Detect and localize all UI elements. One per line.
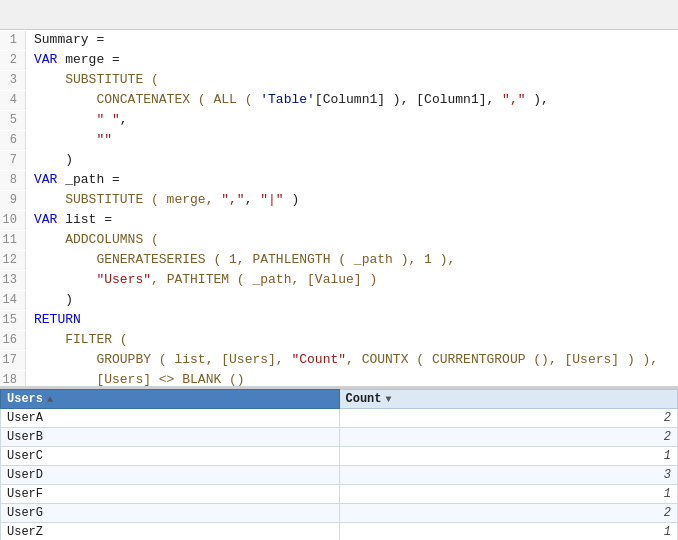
line-number: 13 bbox=[0, 271, 26, 290]
data-table-container: Users▲Count▼ UserA2UserB2UserC1UserD3Use… bbox=[0, 388, 678, 540]
code-line: 11 ADDCOLUMNS ( bbox=[0, 230, 678, 250]
line-number: 16 bbox=[0, 331, 26, 350]
line-number: 18 bbox=[0, 371, 26, 388]
code-line: 5 " ", bbox=[0, 110, 678, 130]
user-cell: UserD bbox=[1, 466, 340, 485]
line-content: Summary = bbox=[26, 30, 112, 49]
line-number: 5 bbox=[0, 111, 26, 130]
user-cell: UserG bbox=[1, 504, 340, 523]
code-line: 4 CONCATENATEX ( ALL ( 'Table'[Column1] … bbox=[0, 90, 678, 110]
line-number: 8 bbox=[0, 171, 26, 190]
results-table: Users▲Count▼ UserA2UserB2UserC1UserD3Use… bbox=[0, 389, 678, 540]
line-content: SUBSTITUTE ( bbox=[26, 70, 167, 89]
line-content: ) bbox=[26, 150, 73, 169]
line-content: RETURN bbox=[26, 310, 81, 329]
line-number: 15 bbox=[0, 311, 26, 330]
count-cell: 2 bbox=[339, 504, 678, 523]
line-number: 14 bbox=[0, 291, 26, 310]
line-number: 4 bbox=[0, 91, 26, 110]
table-row: UserD3 bbox=[1, 466, 678, 485]
line-number: 12 bbox=[0, 251, 26, 270]
table-row: UserB2 bbox=[1, 428, 678, 447]
code-line: 10VAR list = bbox=[0, 210, 678, 230]
code-line: 15RETURN bbox=[0, 310, 678, 330]
code-editor[interactable]: 1Summary = 2VAR merge = 3 SUBSTITUTE ( 4… bbox=[0, 30, 678, 388]
line-content: GENERATESERIES ( 1, PATHLENGTH ( _path )… bbox=[26, 250, 455, 269]
count-cell: 1 bbox=[339, 485, 678, 504]
column-header-users[interactable]: Users▲ bbox=[1, 390, 340, 409]
code-line: 3 SUBSTITUTE ( bbox=[0, 70, 678, 90]
line-content: VAR merge = bbox=[26, 50, 128, 69]
line-number: 6 bbox=[0, 131, 26, 150]
count-cell: 2 bbox=[339, 428, 678, 447]
table-row: UserF1 bbox=[1, 485, 678, 504]
line-number: 3 bbox=[0, 71, 26, 90]
cancel-icon[interactable] bbox=[6, 5, 26, 25]
line-content: SUBSTITUTE ( merge, ",", "|" ) bbox=[26, 190, 299, 209]
line-content: " ", bbox=[26, 110, 128, 129]
user-cell: UserF bbox=[1, 485, 340, 504]
code-line: 8VAR _path = bbox=[0, 170, 678, 190]
user-cell: UserZ bbox=[1, 523, 340, 541]
line-number: 17 bbox=[0, 351, 26, 370]
line-content: GROUPBY ( list, [Users], "Count", COUNTX… bbox=[26, 350, 658, 369]
code-line: 6 "" bbox=[0, 130, 678, 150]
code-line: 18 [Users] <> BLANK () bbox=[0, 370, 678, 388]
code-line: 14 ) bbox=[0, 290, 678, 310]
count-cell: 1 bbox=[339, 447, 678, 466]
table-row: UserG2 bbox=[1, 504, 678, 523]
line-number: 1 bbox=[0, 31, 26, 50]
line-number: 7 bbox=[0, 151, 26, 170]
line-content: ) bbox=[26, 290, 73, 309]
sort-dropdown-icon[interactable]: ▼ bbox=[386, 394, 392, 405]
code-line: 17 GROUPBY ( list, [Users], "Count", COU… bbox=[0, 350, 678, 370]
line-number: 10 bbox=[0, 211, 26, 230]
line-content: VAR _path = bbox=[26, 170, 128, 189]
line-content: VAR list = bbox=[26, 210, 120, 229]
toolbar bbox=[0, 0, 678, 30]
code-line: 7 ) bbox=[0, 150, 678, 170]
line-number: 2 bbox=[0, 51, 26, 70]
count-cell: 1 bbox=[339, 523, 678, 541]
line-content: [Users] <> BLANK () bbox=[26, 370, 245, 388]
table-row: UserZ1 bbox=[1, 523, 678, 541]
line-number: 11 bbox=[0, 231, 26, 250]
count-cell: 3 bbox=[339, 466, 678, 485]
confirm-icon[interactable] bbox=[34, 5, 54, 25]
line-content: "Users", PATHITEM ( _path, [Value] ) bbox=[26, 270, 377, 289]
column-label: Users bbox=[7, 392, 43, 406]
user-cell: UserA bbox=[1, 409, 340, 428]
user-cell: UserB bbox=[1, 428, 340, 447]
column-label: Count bbox=[346, 392, 382, 406]
code-line: 13 "Users", PATHITEM ( _path, [Value] ) bbox=[0, 270, 678, 290]
code-line: 9 SUBSTITUTE ( merge, ",", "|" ) bbox=[0, 190, 678, 210]
user-cell: UserC bbox=[1, 447, 340, 466]
column-header-count[interactable]: Count▼ bbox=[339, 390, 678, 409]
sort-asc-icon[interactable]: ▲ bbox=[47, 394, 53, 405]
code-line: 1Summary = bbox=[0, 30, 678, 50]
line-content: FILTER ( bbox=[26, 330, 135, 349]
table-row: UserC1 bbox=[1, 447, 678, 466]
code-line: 2VAR merge = bbox=[0, 50, 678, 70]
table-row: UserA2 bbox=[1, 409, 678, 428]
line-content: CONCATENATEX ( ALL ( 'Table'[Column1] ),… bbox=[26, 90, 549, 109]
line-number: 9 bbox=[0, 191, 26, 210]
line-content: ADDCOLUMNS ( bbox=[26, 230, 167, 249]
line-content: "" bbox=[26, 130, 112, 149]
code-line: 16 FILTER ( bbox=[0, 330, 678, 350]
count-cell: 2 bbox=[339, 409, 678, 428]
code-line: 12 GENERATESERIES ( 1, PATHLENGTH ( _pat… bbox=[0, 250, 678, 270]
